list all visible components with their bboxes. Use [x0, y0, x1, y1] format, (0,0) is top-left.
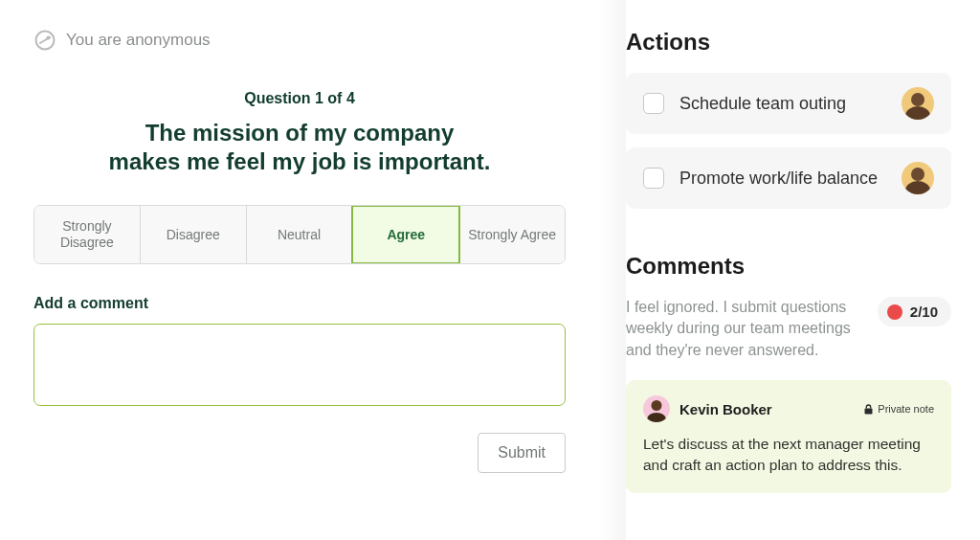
- anonymous-text: You are anonymous: [66, 31, 211, 50]
- submit-button[interactable]: Submit: [478, 433, 566, 473]
- action-item: Schedule team outing: [626, 73, 951, 134]
- likert-scale: Strongly DisagreeDisagreeNeutralAgreeStr…: [33, 205, 566, 264]
- svg-rect-2: [865, 408, 873, 414]
- likert-option[interactable]: Strongly Disagree: [34, 206, 141, 263]
- action-item: Promote work/life balance: [626, 147, 951, 209]
- question-text: The mission of my company makes me feel …: [108, 119, 491, 176]
- likert-option[interactable]: Strongly Agree: [459, 206, 565, 263]
- avatar: [902, 162, 934, 194]
- lock-icon: [864, 404, 873, 415]
- question-block: Question 1 of 4 The mission of my compan…: [33, 90, 566, 176]
- question-counter: Question 1 of 4: [33, 90, 566, 107]
- comment-body: I feel ignored. I submit questions weekl…: [626, 297, 858, 361]
- score-value: 2/10: [910, 304, 938, 320]
- comment-textarea[interactable]: [33, 324, 566, 406]
- comment-label: Add a comment: [33, 295, 566, 312]
- survey-panel: You are anonymous Question 1 of 4 The mi…: [0, 0, 599, 540]
- private-note-tag: Private note: [864, 403, 934, 415]
- private-note-card: Kevin Booker Private note Let's discuss …: [626, 380, 951, 492]
- score-dot-icon: [887, 304, 902, 320]
- action-checkbox[interactable]: [643, 168, 664, 189]
- private-note-label: Private note: [878, 403, 934, 415]
- anonymous-indicator: You are anonymous: [33, 29, 566, 52]
- avatar: [643, 395, 670, 422]
- note-body: Let's discuss at the next manager meetin…: [643, 434, 934, 475]
- action-label: Promote work/life balance: [679, 169, 902, 189]
- note-author: Kevin Booker: [679, 401, 855, 417]
- sentiment-score: 2/10: [878, 297, 951, 326]
- avatar: [902, 87, 934, 120]
- action-checkbox[interactable]: [643, 93, 664, 114]
- actions-title: Actions: [626, 29, 951, 56]
- panel-divider: [599, 0, 626, 540]
- svg-point-1: [47, 36, 51, 40]
- likert-option[interactable]: Agree: [351, 205, 460, 264]
- comments-title: Comments: [626, 253, 951, 280]
- likert-option[interactable]: Neutral: [247, 206, 353, 263]
- action-label: Schedule team outing: [679, 94, 902, 114]
- likert-option[interactable]: Disagree: [141, 206, 247, 263]
- anonymous-icon: [33, 29, 56, 52]
- manager-panel: Actions Schedule team outing Promote wor…: [626, 0, 980, 540]
- comments-section: Comments I feel ignored. I submit questi…: [626, 253, 951, 493]
